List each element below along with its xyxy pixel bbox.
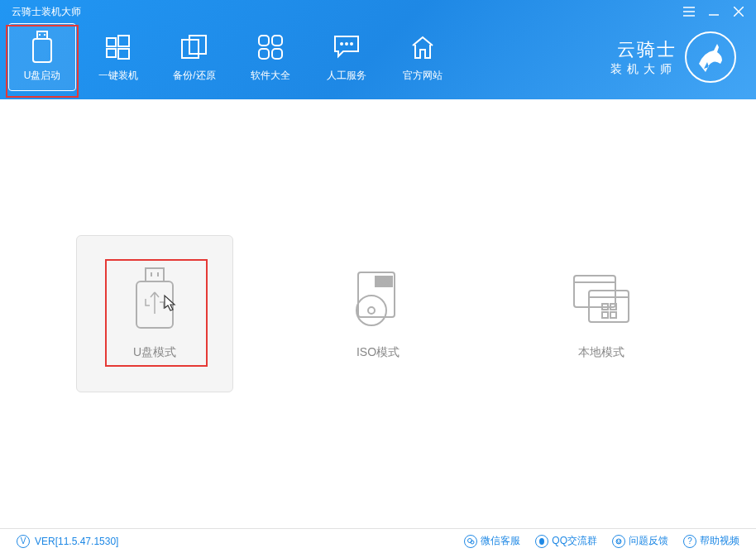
svg-point-30 <box>356 296 386 325</box>
nav-website[interactable]: 官方网站 <box>389 23 457 91</box>
svg-point-21 <box>346 43 347 45</box>
svg-rect-12 <box>107 49 116 57</box>
footer-wechat[interactable]: 微信客服 <box>464 534 520 548</box>
svg-rect-17 <box>272 36 282 46</box>
brand-line2: 装机大师 <box>610 62 677 77</box>
nav-label: 一键装机 <box>98 69 138 83</box>
nav-label: 官方网站 <box>403 69 443 83</box>
backup-icon <box>181 32 208 62</box>
svg-rect-11 <box>118 36 129 46</box>
svg-point-45 <box>620 540 620 541</box>
footer-link-label: QQ交流群 <box>552 534 597 548</box>
mode-label: U盘模式 <box>133 345 176 360</box>
svg-point-42 <box>539 538 544 545</box>
help-icon: ? <box>683 535 696 548</box>
close-button[interactable] <box>733 6 744 17</box>
main: U盘模式 ISO ISO模式 本地模式 <box>0 99 756 528</box>
nav-one-click[interactable]: 一键装机 <box>84 23 152 91</box>
feedback-icon <box>612 535 625 548</box>
home-icon <box>409 32 436 62</box>
nav-label: 备份/还原 <box>173 69 215 83</box>
app-title: 云骑士装机大师 <box>12 5 81 19</box>
footer-link-label: 问题反馈 <box>629 534 668 548</box>
wechat-icon <box>464 535 477 548</box>
minimize-button[interactable] <box>708 6 720 17</box>
nav-label: 软件大全 <box>251 69 290 83</box>
mode-usb[interactable]: U盘模式 <box>76 235 233 392</box>
mode-label: 本地模式 <box>578 345 624 360</box>
mode-local[interactable]: 本地模式 <box>523 235 680 392</box>
svg-rect-19 <box>272 49 282 59</box>
svg-point-31 <box>368 307 375 314</box>
apps-icon <box>258 32 283 62</box>
svg-point-22 <box>351 43 352 45</box>
footer-feedback[interactable]: 问题反馈 <box>612 534 668 548</box>
svg-rect-6 <box>37 31 47 39</box>
footer: V VER[11.5.47.1530] 微信客服 QQ交流群 问题反馈 ? 帮助… <box>0 528 756 553</box>
nav-label: U盘启动 <box>24 69 61 83</box>
nav-software[interactable]: 软件大全 <box>237 23 304 91</box>
cursor-icon <box>163 294 178 312</box>
version-icon: V <box>17 535 30 548</box>
svg-rect-18 <box>259 49 269 59</box>
svg-rect-10 <box>107 38 116 46</box>
nav-usb-boot[interactable]: U盘启动 <box>8 23 76 91</box>
svg-rect-13 <box>118 49 129 59</box>
menu-button[interactable] <box>683 6 695 17</box>
nav-service[interactable]: 人工服务 <box>313 23 380 91</box>
svg-text:ISO: ISO <box>377 277 391 286</box>
svg-rect-38 <box>602 312 608 318</box>
brand: 云骑士 装机大师 <box>610 31 736 83</box>
svg-rect-23 <box>146 268 164 281</box>
titlebar: 云骑士装机大师 <box>0 0 756 23</box>
windows-icon <box>106 32 131 62</box>
knight-logo <box>685 31 736 83</box>
svg-point-44 <box>617 540 618 541</box>
chat-icon <box>333 32 360 62</box>
svg-rect-7 <box>33 39 51 62</box>
window-controls <box>683 6 744 17</box>
version-text: VER[11.5.47.1530] <box>35 536 118 547</box>
footer-links: 微信客服 QQ交流群 问题反馈 ? 帮助视频 <box>464 534 739 548</box>
nav-backup[interactable]: 备份/还原 <box>160 23 228 91</box>
usb-icon <box>31 32 53 62</box>
svg-rect-16 <box>259 36 269 46</box>
svg-rect-39 <box>610 312 616 318</box>
svg-point-20 <box>341 43 342 45</box>
footer-link-label: 帮助视频 <box>700 534 739 548</box>
qq-icon <box>535 535 548 548</box>
brand-line1: 云骑士 <box>610 37 677 62</box>
mode-label: ISO模式 <box>356 345 400 360</box>
iso-icon: ISO <box>348 267 408 330</box>
mode-iso[interactable]: ISO ISO模式 <box>299 235 457 392</box>
local-icon <box>571 267 632 330</box>
footer-help[interactable]: ? 帮助视频 <box>683 534 739 548</box>
nav-label: 人工服务 <box>327 69 366 83</box>
header: 云骑士装机大师 U盘启动 一键装机 备份/还原 <box>0 0 756 99</box>
footer-link-label: 微信客服 <box>481 534 520 548</box>
version-info[interactable]: V VER[11.5.47.1530] <box>17 535 118 548</box>
footer-qq[interactable]: QQ交流群 <box>535 534 597 548</box>
